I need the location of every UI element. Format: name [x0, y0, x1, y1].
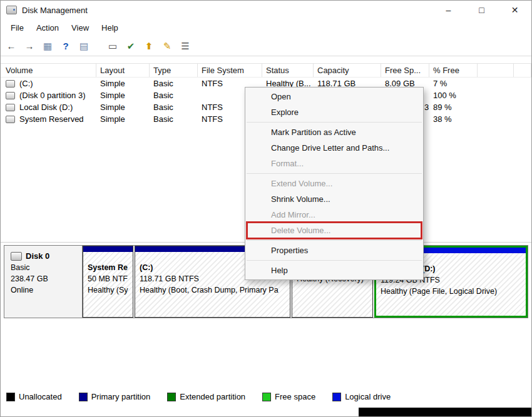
document-check-icon[interactable]: ✔	[125, 40, 137, 53]
menu-item-explore[interactable]: Explore	[245, 104, 423, 120]
cell-volume: (C:)	[1, 78, 96, 89]
partition-line-1: System Re	[88, 262, 128, 273]
menu-separator	[247, 260, 422, 261]
menu-separator	[247, 122, 422, 123]
cell-type: Basic	[150, 78, 198, 89]
cell-volume: Local Disk (D:)	[1, 101, 96, 113]
column-header-status[interactable]: Status	[262, 64, 314, 77]
column-header-empty	[478, 64, 514, 77]
close-button[interactable]: ✕	[498, 1, 531, 19]
cell-pct-free: 100 %	[429, 89, 478, 101]
column-header-type[interactable]: Type	[150, 64, 198, 77]
menu-item-extend-volume[interactable]: Extend Volume...	[245, 176, 423, 191]
menu-item-mark-partition-as-active[interactable]: Mark Partition as Active	[245, 124, 423, 140]
window-title: Disk Management	[22, 6, 88, 15]
toolbar: ←→▦?▤▭✔⬆✎☰	[1, 36, 531, 56]
context-menu: OpenExploreMark Partition as ActiveChang…	[245, 87, 424, 280]
menu-item-properties[interactable]: Properties	[245, 243, 423, 258]
maximize-button[interactable]: □	[465, 1, 498, 19]
menu-bar: FileActionViewHelp	[1, 19, 531, 36]
minimize-button[interactable]: –	[432, 1, 465, 19]
monitor-icon[interactable]: ▭	[106, 40, 119, 53]
legend-label: Free space	[275, 392, 315, 401]
menu-item-help[interactable]: Help	[245, 263, 423, 278]
volume-list-header: VolumeLayoutTypeFile SystemStatusCapacit…	[1, 64, 531, 78]
legend-primary-partition: Primary partition	[79, 392, 151, 401]
menu-item-format[interactable]: Format...	[245, 156, 423, 171]
forward-arrow-icon[interactable]: →	[23, 40, 36, 53]
cell-layout: Simple	[96, 89, 150, 101]
menu-view[interactable]: View	[65, 23, 95, 33]
taskbar-strip	[359, 408, 531, 416]
volume-icon	[6, 92, 15, 99]
menu-help[interactable]: Help	[95, 23, 125, 33]
volume-icon	[6, 116, 15, 123]
legend-free-space: Free space	[262, 392, 315, 401]
primary-color-bar	[83, 246, 133, 252]
legend-unallocated: Unallocated	[6, 392, 62, 401]
cell-pct-free: 38 %	[429, 113, 478, 125]
menu-item-change-drive-letter-and-paths[interactable]: Change Drive Letter and Paths...	[245, 140, 423, 156]
title-bar: Disk Management – □ ✕	[1, 1, 531, 19]
legend-label: Primary partition	[91, 392, 151, 401]
menu-separator	[247, 173, 422, 174]
cell-type: Basic	[150, 113, 198, 125]
partition-system-re[interactable]: System Re50 MB NTFHealthy (Sy	[83, 246, 133, 318]
column-header-layout[interactable]: Layout	[96, 64, 150, 77]
column-header-capacity[interactable]: Capacity	[314, 64, 381, 77]
cell-type: Basic	[150, 89, 198, 101]
window-controls: – □ ✕	[432, 1, 531, 19]
partition-line-2: 50 MB NTF	[88, 273, 128, 284]
partition-line-3: Healthy (Page File, Logical Drive)	[381, 286, 521, 297]
list-icon[interactable]: ☰	[179, 40, 192, 53]
legend-label: Extended partition	[180, 392, 245, 401]
legend-extended-partition: Extended partition	[167, 392, 245, 401]
cell-type: Basic	[150, 101, 198, 113]
disk-icon	[11, 252, 22, 261]
legend-label: Unallocated	[19, 392, 62, 401]
toolbar-separator	[96, 46, 101, 46]
column-header-volume[interactable]: Volume	[1, 64, 96, 77]
menu-file[interactable]: File	[4, 23, 30, 33]
menu-item-add-mirror[interactable]: Add Mirror...	[245, 207, 423, 223]
legend-swatch	[332, 393, 341, 401]
legend-label: Logical drive	[345, 392, 391, 401]
highlight-box	[246, 221, 422, 239]
legend-swatch	[167, 393, 176, 401]
volume-icon	[6, 104, 15, 111]
help-icon[interactable]: ?	[59, 40, 72, 53]
partition-body: System Re50 MB NTFHealthy (Sy	[83, 252, 133, 317]
cell-pct-free: 7 %	[429, 78, 478, 89]
partition-line-3: Healthy (Boot, Crash Dump, Primary Pa	[140, 284, 285, 296]
window-pane-icon[interactable]: ▤	[78, 40, 90, 53]
disk-name: Disk 0	[26, 251, 49, 261]
column-header-file-system[interactable]: File System	[198, 64, 262, 77]
back-arrow-icon[interactable]: ←	[5, 40, 18, 53]
disk-status: Online	[11, 286, 82, 294]
disk-size: 238.47 GB	[11, 274, 82, 283]
cell-volume: System Reserved	[1, 113, 96, 125]
cell-layout: Simple	[96, 101, 150, 113]
column-header-free-sp[interactable]: Free Sp...	[381, 64, 429, 77]
legend-swatch	[262, 393, 271, 401]
column-header-empty	[514, 64, 531, 77]
column-header-free[interactable]: % Free	[429, 64, 478, 77]
disk-0-info[interactable]: Disk 0 Basic 238.47 GB Online	[4, 246, 83, 318]
up-arrow-icon[interactable]: ⬆	[143, 40, 155, 53]
partition-line-3: Healthy (Sy	[88, 284, 128, 296]
menu-action[interactable]: Action	[30, 23, 65, 33]
menu-item-open[interactable]: Open	[245, 89, 423, 104]
edit-icon[interactable]: ✎	[161, 40, 173, 53]
disk-type: Basic	[11, 263, 82, 272]
volume-icon	[6, 80, 15, 88]
menu-item-delete-volume[interactable]: Delete Volume...	[245, 223, 423, 238]
legend-swatch	[6, 393, 15, 401]
cell-layout: Simple	[96, 113, 150, 125]
console-tree-icon[interactable]: ▦	[41, 40, 54, 53]
cell-volume: (Disk 0 partition 3)	[1, 89, 96, 101]
menu-item-shrink-volume[interactable]: Shrink Volume...	[245, 191, 423, 207]
cell-layout: Simple	[96, 78, 150, 89]
cell-pct-free: 89 %	[429, 101, 478, 113]
app-icon	[6, 6, 17, 14]
disk-management-window: Disk Management – □ ✕ FileActionViewHelp…	[0, 0, 532, 417]
